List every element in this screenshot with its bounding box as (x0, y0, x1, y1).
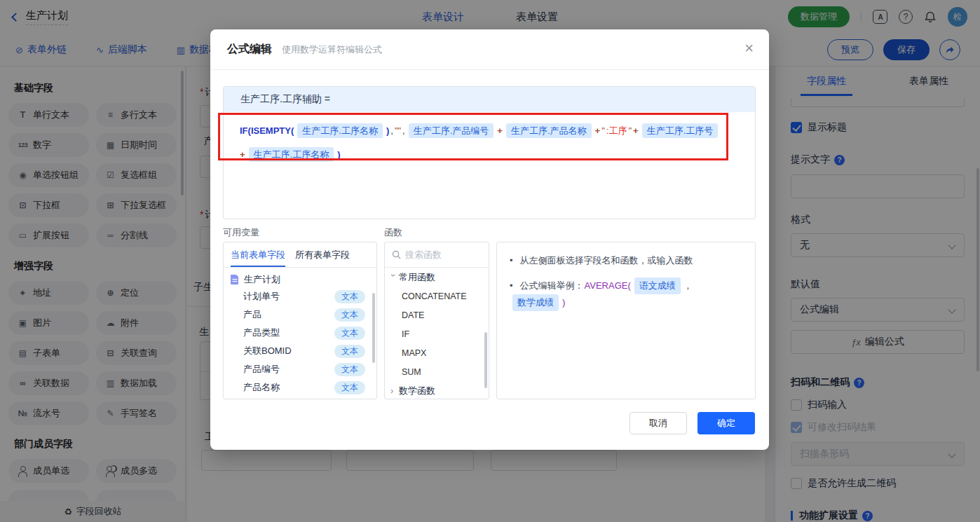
chevron-right-icon: › (388, 274, 399, 282)
tip-example-function: AVERAGE( (585, 279, 631, 293)
function-search (385, 242, 489, 268)
variable-name: 计划单号 (243, 290, 334, 303)
tip-example-arg2: 数学成绩 (512, 294, 559, 311)
bullet: • (510, 279, 513, 293)
document-icon (231, 275, 239, 284)
formula-editor-modal: 公式编辑 使用数学运算符编辑公式 × 生产工序.工序辅助 = IF(ISEMPT… (210, 29, 769, 450)
variables-tabs: 当前表单字段 所有表单字段 (224, 242, 376, 268)
variable-type-badge: 文本 (334, 363, 365, 376)
variable-type-badge: 文本 (334, 308, 365, 322)
function-search-input[interactable] (405, 249, 475, 260)
function-item-label: DATE (402, 310, 424, 320)
variables-scrollbar[interactable] (372, 293, 375, 363)
function-item[interactable]: › MAPX (385, 343, 489, 362)
formula-token: , (402, 125, 405, 136)
tip-example-close-paren: ) (562, 296, 565, 310)
function-item-label: SUM (402, 367, 421, 377)
cancel-button[interactable]: 取消 (629, 412, 687, 434)
formula-editor: 生产工序.工序辅助 = IF(ISEMPTY(生产工序.工序名称),"",生产工… (223, 86, 756, 219)
formula-token: 生产工序.产品名称 (506, 123, 592, 138)
tip-line-1: • 从左侧面板选择字段名和函数，或输入函数 (510, 254, 742, 268)
variable-row[interactable]: 产品编号 文本 (224, 360, 376, 378)
formula-token: + (497, 125, 503, 136)
function-list: › 常用函数 › CONCATENATE › DATE › (385, 268, 489, 399)
close-icon[interactable]: × (744, 41, 754, 56)
function-item[interactable]: › DATE (385, 305, 489, 324)
variable-list: 计划单号 文本 产品 文本 产品类型 文本 关联BOMID (224, 287, 376, 397)
variable-name: 产品名称 (243, 381, 334, 394)
chevron-right-icon: › (390, 385, 399, 396)
formula-token: " (601, 125, 605, 136)
modal-footer: 取消 确定 (210, 408, 769, 450)
function-item-label: 常用函数 (399, 271, 435, 284)
formula-token: "" (395, 125, 401, 136)
formula-token: ) (386, 125, 389, 136)
form-designer-page: 生产计划 表单设计 表单设置 数据管理 A ? 检 ⊘ 表单外链 (0, 0, 980, 522)
variables-panel: 当前表单字段 所有表单字段 生产计划 计划单号 文本 产品 文本 (223, 242, 377, 399)
variable-name: 产品编号 (243, 363, 334, 376)
tip-example-arg1: 语文成绩 (634, 277, 681, 294)
formula-token: :工序 (606, 125, 627, 136)
function-item[interactable]: › IF (385, 324, 489, 343)
confirm-button[interactable]: 确定 (697, 412, 755, 434)
formula-token: 生产工序.产品编号 (409, 123, 494, 138)
function-item-label: CONCATENATE (402, 291, 467, 301)
tip-example-prefix: 公式编辑举例： (520, 279, 584, 293)
tab-current-form-fields[interactable]: 当前表单字段 (231, 242, 285, 267)
tip-example-comma: ， (683, 279, 693, 293)
funcs-section-label: 函数 (384, 226, 402, 239)
formula-token: 生产工序.工序名称 (297, 123, 383, 138)
tip-text-1: 从左侧面板选择字段名和函数，或输入函数 (520, 254, 693, 268)
functions-scrollbar[interactable] (484, 332, 487, 388)
formula-token: 生产工序.工序号 (642, 123, 719, 138)
variable-name: 产品 (243, 308, 334, 321)
variable-row[interactable]: 产品 文本 (224, 305, 376, 324)
formula-tips-panel: • 从左侧面板选择字段名和函数，或输入函数 • 公式编辑举例： AVERAGE(… (496, 242, 756, 399)
formula-token: IF(ISEMPTY( (240, 125, 294, 136)
function-item-label: MAPX (402, 348, 426, 358)
variable-type-badge: 文本 (334, 290, 365, 303)
formula-token: + (240, 149, 245, 160)
formula-token: + (633, 125, 639, 136)
modal-title: 公式编辑 (227, 42, 272, 57)
formula-token: ) (337, 149, 340, 160)
formula-target: 生产工序.工序辅助 = (224, 87, 755, 112)
variable-type-badge: 文本 (334, 381, 365, 394)
function-item[interactable]: › SUM (385, 362, 489, 381)
bullet: • (510, 254, 513, 268)
variable-row[interactable]: 关联BOMID 文本 (224, 342, 376, 360)
search-icon (392, 250, 401, 259)
variable-type-badge: 文本 (334, 345, 365, 358)
variable-name: 产品类型 (243, 327, 334, 339)
modal-subtitle: 使用数学运算符编辑公式 (282, 43, 382, 56)
tip-line-2: • 公式编辑举例： AVERAGE( 语文成绩 ， 数学成绩 ) (510, 277, 742, 311)
form-tree-root[interactable]: 生产计划 (224, 268, 376, 287)
variable-row[interactable]: 产品名称 文本 (224, 378, 376, 397)
formula-token: + (595, 125, 601, 136)
formula-token: " (628, 125, 632, 136)
function-item[interactable]: › CONCATENATE (385, 287, 489, 305)
variable-name: 关联BOMID (243, 345, 334, 357)
modal-header: 公式编辑 使用数学运算符编辑公式 × (210, 29, 769, 70)
functions-panel: › 常用函数 › CONCATENATE › DATE › (384, 242, 489, 399)
function-item-label: 数学函数 (399, 385, 435, 397)
function-item[interactable]: › 常用函数 (385, 268, 489, 287)
tab-all-form-fields[interactable]: 所有表单字段 (295, 242, 350, 267)
variable-row[interactable]: 产品类型 文本 (224, 324, 376, 342)
form-tree-root-label: 生产计划 (244, 273, 280, 286)
vars-section-label: 可用变量 (223, 226, 259, 239)
formula-code-area[interactable]: IF(ISEMPTY(生产工序.工序名称),"",生产工序.产品编号+生产工序.… (224, 112, 755, 174)
formula-token: , (390, 125, 393, 136)
function-item[interactable]: › 数学函数 (385, 381, 489, 399)
variable-row[interactable]: 计划单号 文本 (224, 287, 376, 305)
formula-token: 生产工序.工序名称 (249, 147, 334, 162)
function-item-label: IF (402, 329, 409, 339)
variable-type-badge: 文本 (334, 327, 365, 340)
